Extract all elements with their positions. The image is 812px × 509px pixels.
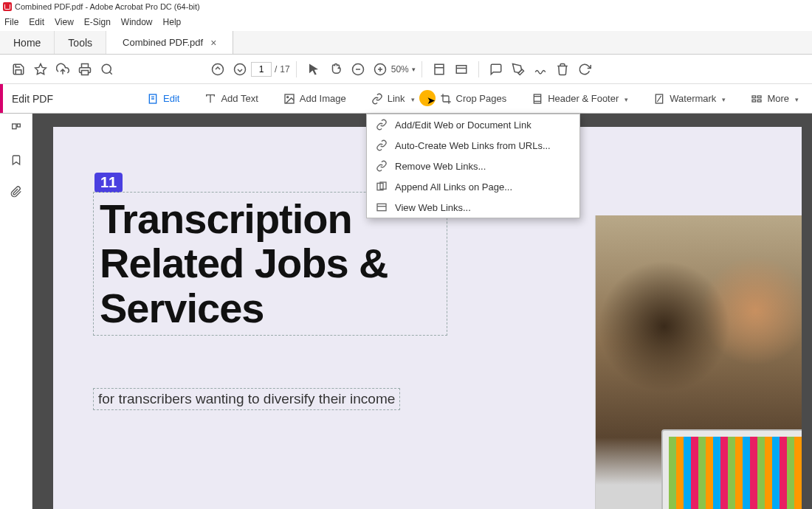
zoom-in-button[interactable] bbox=[369, 58, 391, 80]
fit-page-button[interactable] bbox=[428, 58, 450, 80]
tab-tools[interactable]: Tools bbox=[55, 31, 106, 54]
save-button[interactable] bbox=[7, 58, 30, 80]
main-toolbar: / 17 50% ▾ bbox=[0, 55, 812, 84]
comment-button[interactable] bbox=[485, 58, 507, 80]
window-title: Combined PDF.pdf - Adobe Acrobat Pro DC … bbox=[15, 2, 200, 11]
dd-label: Remove Web Links... bbox=[395, 161, 486, 172]
add-text-label: Add Text bbox=[221, 93, 258, 104]
link-dropdown-button[interactable]: Link bbox=[367, 90, 419, 108]
page-display-button[interactable] bbox=[450, 58, 472, 80]
dd-label: Auto-Create Web Links from URLs... bbox=[395, 140, 551, 151]
bookmarks-panel-button[interactable] bbox=[10, 154, 22, 168]
menu-edit[interactable]: Edit bbox=[29, 17, 44, 27]
dd-view-links[interactable]: View Web Links... bbox=[367, 197, 579, 218]
star-button[interactable] bbox=[30, 58, 52, 80]
watermark-label: Watermark bbox=[670, 93, 716, 104]
edit-label: Edit bbox=[163, 93, 179, 104]
cloud-upload-button[interactable] bbox=[52, 58, 74, 80]
close-tab-button[interactable]: × bbox=[210, 37, 216, 49]
append-icon bbox=[376, 181, 388, 193]
svg-marker-0 bbox=[35, 63, 47, 74]
link-dropdown-menu: Add/Edit Web or Document Link Auto-Creat… bbox=[366, 114, 580, 218]
zoom-level[interactable]: 50% ▾ bbox=[391, 64, 416, 75]
link-icon bbox=[371, 93, 383, 105]
svg-rect-32 bbox=[377, 204, 386, 210]
page-badge: 11 bbox=[94, 173, 123, 193]
title-bar: Combined PDF.pdf - Adobe Acrobat Pro DC … bbox=[0, 0, 812, 13]
dd-add-edit-link[interactable]: Add/Edit Web or Document Link bbox=[367, 114, 579, 135]
crop-icon bbox=[440, 93, 452, 105]
add-image-button[interactable]: Add Image bbox=[279, 90, 351, 108]
link-icon bbox=[376, 139, 388, 151]
dd-label: View Web Links... bbox=[395, 202, 471, 213]
edit-button[interactable]: Edit bbox=[142, 90, 184, 108]
dd-append-links[interactable]: Append All Links on Page... bbox=[367, 176, 579, 197]
link-label: Link bbox=[388, 93, 405, 104]
document-photo bbox=[595, 215, 802, 509]
link-icon bbox=[376, 160, 388, 172]
svg-rect-11 bbox=[435, 64, 444, 75]
svg-line-23 bbox=[658, 96, 661, 102]
zoom-out-button[interactable] bbox=[347, 58, 369, 80]
sign-button[interactable] bbox=[529, 58, 551, 80]
highlight-button[interactable] bbox=[507, 58, 529, 80]
svg-rect-24 bbox=[752, 96, 756, 98]
tab-home[interactable]: Home bbox=[0, 31, 55, 54]
page-sep: / bbox=[275, 64, 277, 75]
more-button[interactable]: More bbox=[746, 90, 803, 108]
page-total: 17 bbox=[280, 64, 289, 75]
edit-pdf-toolbar: Edit PDF Edit Add Text Add Image Link Cr… bbox=[0, 84, 812, 114]
main-area: 11 Transcription Related Jobs & Services… bbox=[0, 114, 812, 509]
header-footer-button[interactable]: Header & Footer bbox=[527, 90, 633, 108]
add-text-button[interactable]: Add Text bbox=[200, 90, 262, 108]
tab-document[interactable]: Combined PDF.pdf × bbox=[106, 31, 233, 54]
watermark-button[interactable]: Watermark bbox=[649, 90, 730, 108]
subheading-block[interactable]: for transcribers wanting to diversify th… bbox=[93, 388, 400, 410]
delete-button[interactable] bbox=[551, 58, 574, 80]
view-icon bbox=[376, 201, 388, 213]
menu-window[interactable]: Window bbox=[121, 17, 153, 27]
zoom-value: 50% bbox=[391, 64, 409, 75]
document-subheading: for transcribers wanting to diversify th… bbox=[98, 391, 395, 407]
dd-label: Append All Links on Page... bbox=[395, 181, 512, 193]
header-footer-icon bbox=[531, 93, 543, 105]
svg-point-4 bbox=[213, 63, 224, 75]
find-button[interactable] bbox=[96, 58, 118, 80]
svg-rect-27 bbox=[758, 100, 762, 102]
rotate-button[interactable] bbox=[574, 58, 596, 80]
thumbnails-panel-button[interactable] bbox=[10, 122, 22, 136]
menu-esign[interactable]: E-Sign bbox=[84, 17, 111, 27]
edit-icon bbox=[147, 93, 159, 105]
cursor-icon: ➤ bbox=[427, 94, 436, 106]
svg-rect-1 bbox=[82, 70, 89, 75]
menu-help[interactable]: Help bbox=[163, 17, 182, 27]
acrobat-app-icon bbox=[3, 2, 12, 11]
svg-point-18 bbox=[286, 96, 288, 97]
menu-file[interactable]: File bbox=[4, 17, 18, 27]
laptop-graphic bbox=[661, 429, 802, 509]
svg-rect-25 bbox=[758, 96, 762, 98]
add-image-label: Add Image bbox=[300, 93, 346, 104]
crop-pages-button[interactable]: Crop Pages bbox=[436, 90, 512, 108]
svg-rect-28 bbox=[12, 124, 16, 129]
dd-remove-links[interactable]: Remove Web Links... bbox=[367, 156, 579, 176]
menu-bar: File Edit View E-Sign Window Help bbox=[0, 13, 812, 31]
svg-line-3 bbox=[109, 72, 111, 74]
svg-rect-19 bbox=[534, 94, 541, 103]
menu-view[interactable]: View bbox=[55, 17, 74, 27]
print-button[interactable] bbox=[74, 58, 96, 80]
hand-tool-button[interactable] bbox=[325, 58, 347, 80]
dd-auto-create-links[interactable]: Auto-Create Web Links from URLs... bbox=[367, 135, 579, 156]
page-down-button[interactable] bbox=[229, 58, 251, 80]
caret-down-icon bbox=[410, 93, 415, 104]
selection-tool-button[interactable] bbox=[303, 58, 325, 80]
more-icon bbox=[751, 93, 763, 105]
page-up-button[interactable] bbox=[207, 58, 229, 80]
svg-rect-26 bbox=[752, 100, 756, 102]
page-current-input[interactable] bbox=[251, 62, 272, 77]
attachments-panel-button[interactable] bbox=[10, 186, 22, 200]
page-indicator: / 17 bbox=[251, 62, 290, 77]
crop-label: Crop Pages bbox=[456, 93, 507, 104]
caret-down-icon bbox=[794, 93, 799, 104]
dd-label: Add/Edit Web or Document Link bbox=[395, 120, 531, 131]
